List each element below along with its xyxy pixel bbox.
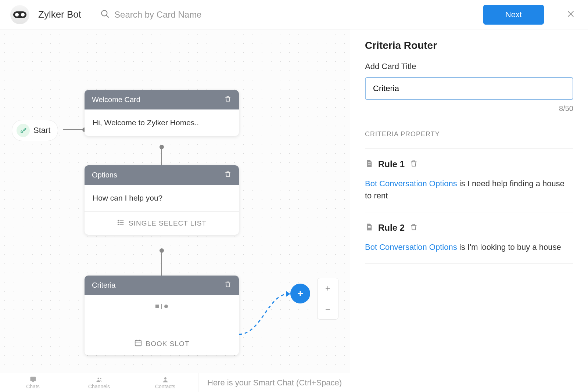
svg-point-9: [118, 224, 119, 225]
char-count: 8/50: [365, 104, 573, 113]
card-title: Welcome Card: [92, 96, 140, 104]
rule-link[interactable]: Bot Conversation Options: [365, 179, 457, 188]
card-title-input[interactable]: [365, 77, 573, 100]
document-icon: [365, 159, 373, 169]
card-title: Criteria: [92, 281, 115, 289]
card-options[interactable]: Options How can I help you? SINGLE SELEC…: [85, 165, 239, 235]
trash-icon[interactable]: [224, 95, 232, 104]
rule-title: Rule 1: [378, 159, 405, 169]
rule-link[interactable]: Bot Conversation Options: [365, 242, 457, 252]
tab-chats[interactable]: Chats: [0, 373, 66, 392]
card-action-label: SINGLE SELECT LIST: [129, 219, 207, 227]
card-body: How can I help you?: [85, 185, 239, 211]
trash-icon[interactable]: [224, 170, 232, 180]
calendar-icon: [134, 339, 142, 349]
card-body-empty: [85, 295, 239, 332]
rocket-icon: [17, 124, 30, 137]
tab-contacts[interactable]: Contacts: [132, 373, 198, 392]
section-label-criteria-property: CRITERIA PROPERTY: [365, 130, 573, 148]
svg-point-23: [97, 377, 99, 379]
trash-icon[interactable]: [410, 159, 418, 169]
rule-block: Rule 1 Bot Conversation Options is I nee…: [365, 148, 573, 212]
rule-text: Bot Conversation Options is I need help …: [365, 177, 573, 202]
field-label-title: Add Card Title: [365, 62, 573, 71]
svg-line-1: [106, 15, 109, 18]
panel-title: Criteria Router: [365, 40, 573, 51]
smart-chat-input[interactable]: Here is your Smart Chat (Ctrl+Space): [198, 373, 588, 392]
card-body: Hi, Welcome to Zylker Homes..: [85, 109, 239, 136]
zoom-out-button[interactable]: [318, 299, 338, 319]
start-label: Start: [33, 126, 50, 135]
trash-icon[interactable]: [224, 281, 232, 290]
document-icon: [365, 223, 373, 233]
trash-icon[interactable]: [410, 223, 418, 233]
tab-channels[interactable]: Channels: [66, 373, 132, 392]
card-welcome[interactable]: Welcome Card Hi, Welcome to Zylker Homes…: [85, 90, 239, 136]
svg-rect-19: [368, 162, 370, 163]
card-action-book-slot[interactable]: BOOK SLOT: [85, 332, 239, 355]
card-action-label: BOOK SLOT: [146, 340, 190, 348]
close-icon[interactable]: [564, 7, 578, 22]
svg-rect-21: [368, 226, 370, 227]
bottom-bar: Chats Channels Contacts Here is your Sma…: [0, 373, 588, 392]
right-panel: Criteria Router Add Card Title 8/50 CRIT…: [350, 29, 588, 373]
svg-rect-20: [368, 164, 370, 165]
start-node[interactable]: Start: [12, 120, 58, 141]
bot-avatar: [10, 5, 29, 24]
svg-point-7: [118, 220, 119, 221]
rule-title: Rule 2: [378, 223, 405, 233]
flow-canvas[interactable]: Start Welcome Card Hi, Welcome to Zylker…: [0, 29, 350, 373]
svg-rect-22: [368, 227, 370, 228]
criteria-placeholder-icon: [93, 304, 231, 309]
zoom-controls: [317, 278, 338, 320]
svg-point-8: [118, 222, 119, 223]
add-output-button[interactable]: [290, 284, 310, 303]
rule-block: Rule 2 Bot Conversation Options is I'm l…: [365, 212, 573, 263]
svg-point-24: [100, 378, 101, 379]
svg-rect-10: [135, 341, 141, 346]
svg-point-0: [101, 10, 107, 16]
list-icon: [117, 218, 125, 228]
zoom-in-button[interactable]: [318, 278, 338, 299]
card-title: Options: [92, 171, 117, 179]
card-action-single-select[interactable]: SINGLE SELECT LIST: [85, 211, 239, 235]
bot-name-label: Zylker Bot: [38, 9, 81, 20]
search-icon: [100, 9, 110, 20]
next-button[interactable]: Next: [483, 5, 544, 25]
search-input[interactable]: [114, 10, 261, 20]
card-criteria[interactable]: Criteria BOOK SLOT: [85, 276, 239, 355]
rule-text: Bot Conversation Options is I'm looking …: [365, 241, 573, 253]
svg-point-25: [164, 377, 166, 380]
